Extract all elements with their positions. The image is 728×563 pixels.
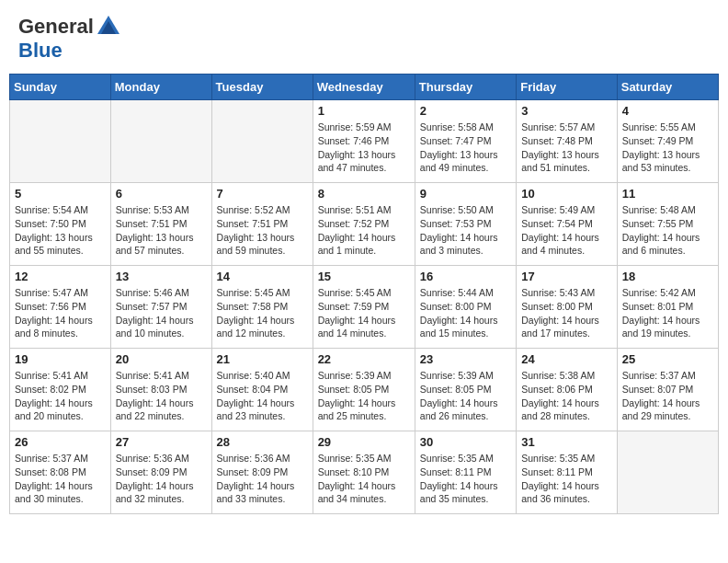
week-row-5: 26Sunrise: 5:37 AMSunset: 8:08 PMDayligh… [10,431,719,514]
day-info: Sunrise: 5:41 AMSunset: 8:03 PMDaylight:… [116,369,207,423]
weekday-sunday: Sunday [10,75,111,100]
week-row-4: 19Sunrise: 5:41 AMSunset: 8:02 PMDayligh… [10,349,719,431]
calendar-cell: 1Sunrise: 5:59 AMSunset: 7:46 PMDaylight… [313,100,415,183]
calendar-cell: 29Sunrise: 5:35 AMSunset: 8:10 PMDayligh… [313,431,415,514]
day-number: 2 [420,104,511,118]
calendar-cell: 2Sunrise: 5:58 AMSunset: 7:47 PMDaylight… [415,100,516,183]
day-info: Sunrise: 5:35 AMSunset: 8:10 PMDaylight:… [318,452,410,506]
day-info: Sunrise: 5:41 AMSunset: 8:02 PMDaylight:… [15,369,106,423]
day-number: 17 [521,270,612,283]
calendar-cell [10,100,111,183]
calendar-cell: 17Sunrise: 5:43 AMSunset: 8:00 PMDayligh… [517,266,618,349]
day-info: Sunrise: 5:47 AMSunset: 7:56 PMDaylight:… [15,286,106,340]
calendar-cell: 14Sunrise: 5:45 AMSunset: 7:58 PMDayligh… [211,266,313,349]
calendar-cell: 23Sunrise: 5:39 AMSunset: 8:05 PMDayligh… [415,349,516,431]
day-info: Sunrise: 5:58 AMSunset: 7:47 PMDaylight:… [420,121,511,175]
week-row-3: 12Sunrise: 5:47 AMSunset: 7:56 PMDayligh… [10,266,719,349]
calendar-cell: 8Sunrise: 5:51 AMSunset: 7:52 PMDaylight… [313,183,415,266]
calendar-cell: 22Sunrise: 5:39 AMSunset: 8:05 PMDayligh… [313,349,415,431]
day-number: 14 [217,270,308,283]
day-info: Sunrise: 5:59 AMSunset: 7:46 PMDaylight:… [318,121,410,175]
logo-general-text: General [18,15,94,38]
day-number: 10 [521,187,612,201]
day-info: Sunrise: 5:39 AMSunset: 8:05 PMDaylight:… [420,369,511,423]
weekday-tuesday: Tuesday [211,75,313,100]
calendar-table: SundayMondayTuesdayWednesdayThursdayFrid… [9,74,719,514]
calendar-cell: 16Sunrise: 5:44 AMSunset: 8:00 PMDayligh… [415,266,516,349]
calendar-cell: 27Sunrise: 5:36 AMSunset: 8:09 PMDayligh… [110,431,211,514]
day-info: Sunrise: 5:36 AMSunset: 8:09 PMDaylight:… [116,452,207,506]
day-number: 5 [15,187,106,201]
day-info: Sunrise: 5:45 AMSunset: 7:59 PMDaylight:… [318,286,410,340]
day-number: 30 [420,435,511,449]
day-number: 22 [318,352,410,366]
day-info: Sunrise: 5:49 AMSunset: 7:54 PMDaylight:… [521,203,612,258]
day-info: Sunrise: 5:35 AMSunset: 8:11 PMDaylight:… [521,452,612,506]
calendar-cell: 30Sunrise: 5:35 AMSunset: 8:11 PMDayligh… [415,431,516,514]
day-info: Sunrise: 5:54 AMSunset: 7:50 PMDaylight:… [15,203,106,258]
calendar-cell [110,100,211,183]
calendar-cell: 24Sunrise: 5:38 AMSunset: 8:06 PMDayligh… [517,349,618,431]
day-number: 3 [521,104,612,118]
calendar-cell: 12Sunrise: 5:47 AMSunset: 7:56 PMDayligh… [10,266,111,349]
day-info: Sunrise: 5:53 AMSunset: 7:51 PMDaylight:… [116,203,207,258]
day-info: Sunrise: 5:38 AMSunset: 8:06 PMDaylight:… [521,369,612,423]
day-number: 6 [116,187,207,201]
calendar-cell: 3Sunrise: 5:57 AMSunset: 7:48 PMDaylight… [517,100,618,183]
day-number: 4 [622,104,713,118]
week-row-2: 5Sunrise: 5:54 AMSunset: 7:50 PMDaylight… [10,183,719,266]
day-number: 29 [318,435,410,449]
day-number: 11 [622,187,713,201]
calendar-cell: 11Sunrise: 5:48 AMSunset: 7:55 PMDayligh… [617,183,718,266]
day-number: 24 [521,352,612,366]
weekday-saturday: Saturday [617,75,718,100]
day-info: Sunrise: 5:43 AMSunset: 8:00 PMDaylight:… [521,286,612,340]
week-row-1: 1Sunrise: 5:59 AMSunset: 7:46 PMDaylight… [10,100,719,183]
logo: General Blue [18,14,121,62]
calendar-cell: 18Sunrise: 5:42 AMSunset: 8:01 PMDayligh… [617,266,718,349]
calendar-cell: 19Sunrise: 5:41 AMSunset: 8:02 PMDayligh… [10,349,111,431]
day-number: 15 [318,270,410,283]
calendar-cell: 25Sunrise: 5:37 AMSunset: 8:07 PMDayligh… [617,349,718,431]
calendar-cell: 5Sunrise: 5:54 AMSunset: 7:50 PMDaylight… [10,183,111,266]
weekday-thursday: Thursday [415,75,516,100]
calendar-cell: 13Sunrise: 5:46 AMSunset: 7:57 PMDayligh… [110,266,211,349]
day-number: 23 [420,352,511,366]
weekday-friday: Friday [517,75,618,100]
calendar-cell [211,100,313,183]
day-number: 16 [420,270,511,283]
calendar-cell: 6Sunrise: 5:53 AMSunset: 7:51 PMDaylight… [110,183,211,266]
calendar-cell: 10Sunrise: 5:49 AMSunset: 7:54 PMDayligh… [517,183,618,266]
day-number: 28 [217,435,308,449]
page-header: General Blue [9,9,719,66]
day-info: Sunrise: 5:55 AMSunset: 7:49 PMDaylight:… [622,121,713,175]
day-number: 19 [15,352,106,366]
day-number: 13 [116,270,207,283]
day-number: 7 [217,187,308,201]
day-info: Sunrise: 5:50 AMSunset: 7:53 PMDaylight:… [420,203,511,258]
calendar-cell [617,431,718,514]
day-number: 26 [15,435,106,449]
weekday-header-row: SundayMondayTuesdayWednesdayThursdayFrid… [10,75,719,100]
day-number: 8 [318,187,410,201]
day-info: Sunrise: 5:37 AMSunset: 8:07 PMDaylight:… [622,369,713,423]
day-number: 18 [622,270,713,283]
weekday-wednesday: Wednesday [313,75,415,100]
day-number: 31 [521,435,612,449]
day-info: Sunrise: 5:48 AMSunset: 7:55 PMDaylight:… [622,203,713,258]
calendar-body: 1Sunrise: 5:59 AMSunset: 7:46 PMDaylight… [10,100,719,514]
calendar-cell: 9Sunrise: 5:50 AMSunset: 7:53 PMDaylight… [415,183,516,266]
logo-blue-text: Blue [18,39,63,62]
calendar-cell: 4Sunrise: 5:55 AMSunset: 7:49 PMDaylight… [617,100,718,183]
logo-icon [96,14,121,40]
day-number: 21 [217,352,308,366]
day-info: Sunrise: 5:35 AMSunset: 8:11 PMDaylight:… [420,452,511,506]
day-info: Sunrise: 5:46 AMSunset: 7:57 PMDaylight:… [116,286,207,340]
calendar-cell: 20Sunrise: 5:41 AMSunset: 8:03 PMDayligh… [110,349,211,431]
day-number: 27 [116,435,207,449]
day-info: Sunrise: 5:52 AMSunset: 7:51 PMDaylight:… [217,203,308,258]
day-number: 1 [318,104,410,118]
day-info: Sunrise: 5:39 AMSunset: 8:05 PMDaylight:… [318,369,410,423]
calendar-cell: 21Sunrise: 5:40 AMSunset: 8:04 PMDayligh… [211,349,313,431]
day-info: Sunrise: 5:51 AMSunset: 7:52 PMDaylight:… [318,203,410,258]
